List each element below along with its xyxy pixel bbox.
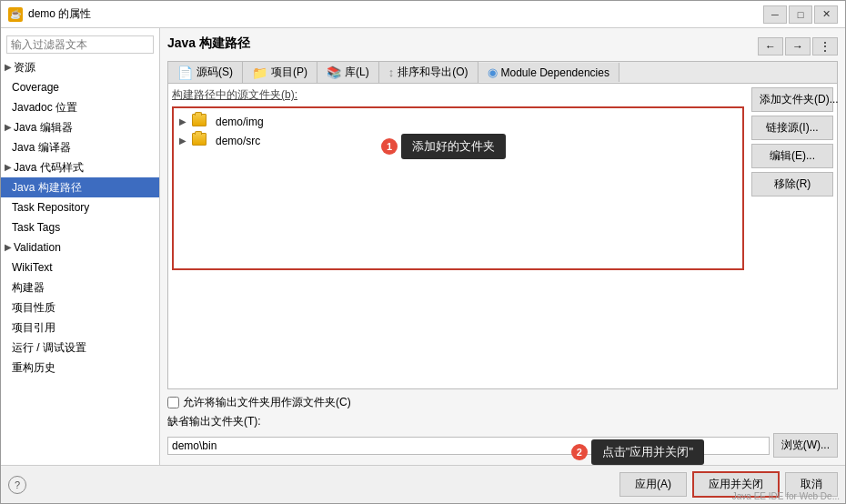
add-folder-button[interactable]: 添加文件夹(D)... [751, 87, 833, 112]
sidebar-item-label: Javadoc 位置 [12, 101, 77, 114]
right-content-panel: Java 构建路径 ← → ⋮ 📄 源码(S) 📁 项目(P) � [160, 28, 845, 465]
sidebar-item-label: 构建器 [12, 281, 45, 294]
sidebar-item-label: Task Tags [12, 221, 60, 234]
link-source-button[interactable]: 链接源(I)... [751, 116, 833, 140]
sidebar-item-builder[interactable]: 构建器 [1, 277, 159, 297]
module-tab-icon: ◉ [488, 66, 498, 79]
close-button[interactable]: ✕ [814, 5, 838, 24]
nav-back-button[interactable]: ← [758, 37, 783, 55]
folder-wrapper [192, 114, 206, 129]
tab-order-label: 排序和导出(O) [398, 65, 468, 80]
sidebar-item-project-ref[interactable]: 项目引用 [1, 318, 159, 338]
tab-source[interactable]: 📄 源码(S) [168, 62, 243, 83]
tab-project-label: 项目(P) [271, 65, 307, 80]
main-content-area: 构建路径中的源文件夹(b): ▶ demo/img ▶ [167, 83, 838, 389]
arrow-icon: ▶ [5, 59, 12, 76]
folder-icon [192, 114, 206, 126]
tooltip1-badge: 1 [381, 138, 398, 155]
sidebar-item-resources[interactable]: ▶ 资源 [1, 57, 159, 77]
tooltip1-bubble: 添加好的文件夹 [401, 134, 506, 159]
source-tree: ▶ demo/img ▶ dem [172, 106, 744, 270]
edit-button[interactable]: 编辑(E)... [751, 144, 833, 168]
allow-output-checkbox[interactable] [167, 397, 179, 408]
tooltip1-container: 1 添加好的文件夹 [381, 134, 506, 159]
tooltip2-badge: 2 [571, 444, 588, 460]
panel-title: Java 构建路径 [167, 35, 250, 52]
sidebar-item-run-debug[interactable]: 运行 / 调试设置 [1, 338, 159, 358]
project-tab-icon: 📁 [252, 66, 267, 80]
sidebar-item-java-build-path[interactable]: Java 构建路径 [1, 177, 159, 197]
bottom-section: 允许将输出文件夹用作源文件夹(C) 缺省输出文件夹(T): 浏览(W)... [167, 395, 838, 458]
sidebar-item-label: 运行 / 调试设置 [12, 341, 86, 354]
nav-buttons: ← → ⋮ [758, 37, 838, 55]
sidebar-item-label: 项目性质 [12, 301, 55, 314]
folder-wrapper [192, 133, 206, 148]
watermark: Java EE IDE for Web De... [732, 491, 840, 501]
output-label-row: 缺省输出文件夹(T): [167, 414, 838, 429]
arrow-icon: ▶ [5, 159, 12, 176]
tab-source-label: 源码(S) [196, 65, 233, 80]
nav-forward-button[interactable]: → [785, 37, 811, 55]
tree-item-label: demo/img [216, 116, 264, 128]
nav-group: ▶ 资源 Coverage Javadoc 位置 ▶ Java 编辑器 Java… [1, 57, 159, 378]
filter-input[interactable] [6, 35, 154, 54]
output-input-row: 浏览(W)... [167, 433, 838, 458]
sidebar-item-label: 资源 [14, 59, 35, 76]
left-nav-panel: ▶ 资源 Coverage Javadoc 位置 ▶ Java 编辑器 Java… [1, 28, 160, 465]
sidebar-item-java-editor[interactable]: ▶ Java 编辑器 [1, 117, 159, 137]
sidebar-item-label: Java 编译器 [12, 141, 71, 154]
tree-arrow-icon: ▶ [179, 116, 188, 126]
source-section-label: 构建路径中的源文件夹(b): [172, 87, 744, 103]
footer: ? 2 点击"应用并关闭" 编辑(E)... 应用(A) 应用并关闭 取消 Ja… [1, 465, 845, 503]
app-icon: ☕ [8, 7, 23, 22]
sidebar-item-label: 项目引用 [12, 321, 55, 334]
tab-library-label: 库(L) [345, 65, 369, 80]
minimize-button[interactable]: ─ [763, 5, 787, 24]
tooltip2-bubble: 点击"应用并关闭" [591, 439, 704, 465]
tooltip1-text: 添加好的文件夹 [412, 139, 495, 153]
footer-left: ? [8, 476, 614, 494]
main-window: ☕ demo 的属性 ─ □ ✕ ▶ 资源 Coverage Javadoc 位… [0, 0, 846, 504]
sidebar-item-label: Validation [14, 239, 61, 256]
tab-project[interactable]: 📁 项目(P) [243, 62, 317, 83]
arrow-icon: ▶ [5, 239, 12, 256]
sidebar-item-refactor-history[interactable]: 重构历史 [1, 358, 159, 378]
title-bar-left: ☕ demo 的属性 [8, 6, 91, 22]
sidebar-item-coverage[interactable]: Coverage [1, 77, 159, 97]
browse-button[interactable]: 浏览(W)... [773, 433, 838, 458]
sidebar-item-task-repository[interactable]: Task Repository [1, 197, 159, 217]
title-bar-controls: ─ □ ✕ [763, 5, 838, 24]
sidebar-item-validation[interactable]: ▶ Validation [1, 237, 159, 257]
sidebar-item-java-code-style[interactable]: ▶ Java 代码样式 [1, 157, 159, 177]
sidebar-item-javadoc[interactable]: Javadoc 位置 [1, 97, 159, 117]
checkbox-row: 允许将输出文件夹用作源文件夹(C) [167, 395, 838, 410]
sidebar-item-label: WikiText [12, 261, 53, 274]
sidebar-item-label: Coverage [12, 81, 59, 94]
sidebar-item-task-tags[interactable]: Task Tags [1, 217, 159, 237]
output-label: 缺省输出文件夹(T): [167, 414, 261, 429]
apply-only-button[interactable]: 应用(A) [619, 472, 687, 497]
tab-module-label: Module Dependencies [501, 66, 609, 79]
tree-item-demo-img[interactable]: ▶ demo/img [177, 112, 739, 131]
maximize-button[interactable]: □ [789, 5, 812, 24]
tooltip2-container: 2 点击"应用并关闭" [571, 439, 704, 465]
checkbox-label: 允许将输出文件夹用作源文件夹(C) [183, 395, 351, 410]
sidebar-item-project-props[interactable]: 项目性质 [1, 297, 159, 318]
sidebar-item-java-compiler[interactable]: Java 编译器 [1, 137, 159, 157]
tab-module-deps[interactable]: ◉ Module Dependencies [478, 63, 619, 82]
source-panel: 构建路径中的源文件夹(b): ▶ demo/img ▶ [172, 87, 744, 385]
source-tree-container: ▶ demo/img ▶ dem [172, 106, 744, 385]
tooltip2-text: 点击"应用并关闭" [602, 445, 693, 459]
tab-bar: 📄 源码(S) 📁 项目(P) 📚 库(L) ↕ 排序和导出(O) ◉ [167, 61, 838, 83]
title-bar: ☕ demo 的属性 ─ □ ✕ [1, 1, 845, 28]
nav-menu-button[interactable]: ⋮ [812, 37, 838, 55]
folder-icon [192, 133, 206, 146]
content-area: ▶ 资源 Coverage Javadoc 位置 ▶ Java 编辑器 Java… [1, 28, 845, 465]
tree-arrow-icon: ▶ [179, 136, 188, 146]
tab-order[interactable]: ↕ 排序和导出(O) [379, 62, 478, 83]
tab-library[interactable]: 📚 库(L) [317, 62, 379, 83]
sidebar-item-wikitext[interactable]: WikiText [1, 257, 159, 277]
help-button[interactable]: ? [8, 476, 26, 494]
sidebar-item-label: Java 编辑器 [14, 119, 73, 136]
remove-button[interactable]: 移除(R) [751, 172, 833, 197]
